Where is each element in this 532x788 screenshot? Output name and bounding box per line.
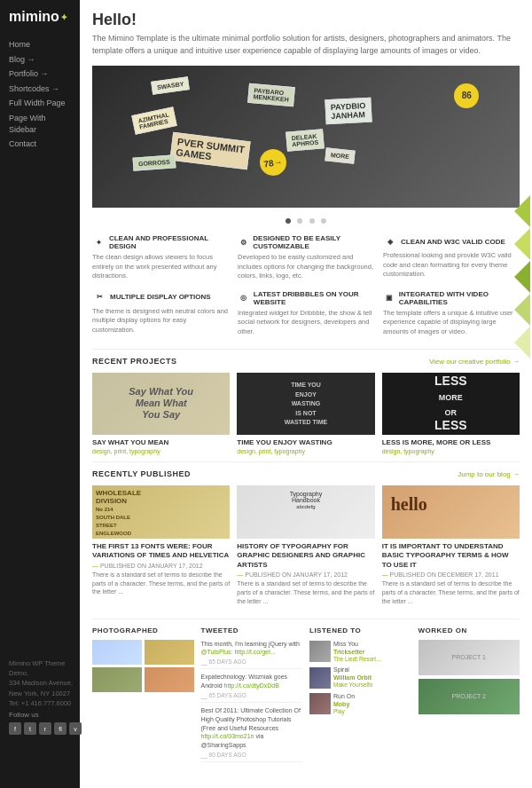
photographed-title: PHOTOGRAPHED	[92, 626, 194, 634]
sidebar-item-sidebar[interactable]: Page With Sidebar	[9, 111, 71, 137]
project-item-1[interactable]: Say What YouMean WhatYou Say SAY WHAT YO…	[92, 373, 230, 454]
hero-scattered: SWASBY PAYBAROMENKEKEH AZIMTHALFAMIRIES …	[92, 66, 520, 208]
project-overlay-1: Say What YouMean WhatYou Say	[129, 386, 193, 422]
widget-worked-on: WORKED ON PROJECT 1 PROJECT 2	[419, 626, 520, 766]
green-tri-2	[514, 228, 530, 260]
hero-description: The Mimino Template is the ultimate mini…	[92, 33, 520, 57]
hero-dots	[92, 211, 520, 234]
card-7: GORROSS	[132, 154, 176, 170]
blog-title-3: IT IS IMPORTANT TO UNDERSTAND BASIC TYPO…	[382, 542, 520, 570]
blog-item-2[interactable]: TypographyHandbookabcdefg HISTORY OF TYP…	[237, 485, 374, 606]
photo-1[interactable]	[92, 640, 142, 665]
listened-artist-3: Moby	[333, 700, 355, 708]
blog-item-3[interactable]: hello IT IS IMPORTANT TO UNDERSTAND BASI…	[382, 485, 520, 606]
worked-thumb-2: PROJECT 2	[419, 679, 520, 714]
photo-2[interactable]	[145, 640, 194, 665]
card-6: DELEAKAPHROS	[286, 129, 325, 152]
brand-name: mimino	[9, 9, 59, 25]
project-item-3[interactable]: LESSMOREORLESS LESS IS MORE, MORE OR LES…	[382, 373, 520, 454]
listened-link-1[interactable]: The Liedt Resort...	[333, 656, 380, 663]
blog-item-1[interactable]: WHOLESALEDIVISIONNo 214SOUTH DALESTREETE…	[92, 485, 230, 606]
widgets-section: PHOTOGRAPHED TWEETED This month, I'm lea…	[92, 619, 520, 766]
project-tags-1: design, print, typography	[92, 448, 230, 454]
logo[interactable]: mimino✦	[9, 9, 71, 25]
photo-row-2	[92, 667, 194, 692]
sidebar-item-blog[interactable]: Blog →	[9, 52, 71, 67]
main-content: Hello! The Mimino Template is the ultima…	[80, 0, 532, 788]
sidebar-address: Mimino WP Theme Demo, 334 Madison Avenue…	[9, 658, 80, 708]
listened-link-2[interactable]: Make Yourselfo	[333, 682, 372, 689]
rss-icon[interactable]: r	[39, 722, 51, 735]
hero-image: SWASBY PAYBAROMENKEKEH AZIMTHALFAMIRIES …	[92, 66, 520, 208]
projects-grid: Say What YouMean WhatYou Say SAY WHAT YO…	[92, 373, 520, 454]
listened-thumb-1	[309, 641, 331, 662]
tweet-link-2[interactable]: http://t.co/dtyDxDdB	[224, 682, 279, 689]
project-name-3: LESS IS MORE, MORE OR LESS	[382, 438, 520, 446]
blog-section-title: RECENTLY PUBLISHED	[92, 469, 191, 478]
feature-text-4: The theme is designed with neutral color…	[92, 307, 229, 335]
card-1: SWASBY	[152, 76, 191, 95]
green-tri-3	[514, 261, 530, 293]
feature-valid-code: ◈ CLEAN AND W3C VALID CODE Professional …	[383, 234, 520, 281]
listened-info-2: Spiral William Orbit Make Yourselfo	[333, 666, 372, 690]
feature-customizable: ⚙ DESIGNED TO BE EASILY CUSTOMIZABLE Dev…	[238, 234, 374, 281]
blog-excerpt-1: There is a standard set of terms to desc…	[92, 571, 230, 596]
tweet-2: Expatechnology: Wozniak goes Android htt…	[201, 673, 303, 703]
sidebar-nav: Home Blog → Portfolio → Shortcodes → Ful…	[9, 37, 71, 152]
sidebar-item-shortcodes[interactable]: Shortcodes →	[9, 82, 71, 97]
project-thumb-1: Say What YouMean WhatYou Say	[92, 373, 230, 435]
blog-title-2: HISTORY OF TYPOGRAPHY FOR GRAPHIC DESIGN…	[237, 542, 374, 570]
sidebar: mimino✦ Home Blog → Portfolio → Shortcod…	[0, 0, 80, 788]
dot-4[interactable]	[321, 218, 326, 224]
worked-item-1[interactable]: PROJECT 1	[419, 640, 520, 675]
tweet-3: Best Of 2011: Ultimate Collection Of Hig…	[201, 706, 303, 762]
listened-item-1: Miss You Tricksetter The Liedt Resort...	[309, 640, 411, 664]
listened-name-3: Run On	[333, 692, 355, 700]
blog-link[interactable]: Jump to our blog →	[458, 470, 520, 478]
listened-artist-1: Tricksetter	[333, 648, 380, 656]
listened-item-3: Run On Moby Play	[309, 692, 411, 716]
vimeo-icon[interactable]: v	[69, 722, 82, 735]
feature-text-3: Professional looking and provide W3C val…	[383, 251, 520, 280]
projects-section-header: RECENT PROJECTS View our creative portfo…	[92, 349, 520, 366]
portfolio-link[interactable]: View our creative portfolio →	[429, 358, 520, 366]
worked-item-2[interactable]: PROJECT 2	[419, 679, 520, 714]
tweet-time-3: __ 80 DAYS AGO	[201, 751, 303, 759]
project-tags-2: design, print, typography	[237, 448, 374, 454]
photo-4[interactable]	[145, 667, 194, 692]
project-thumb-3: LESSMOREORLESS	[382, 373, 520, 435]
sidebar-item-portfolio[interactable]: Portfolio →	[9, 67, 71, 82]
tweet-link-1[interactable]: @TutsPlus: http://t.co/get...	[201, 649, 276, 655]
worked-thumb-1: PROJECT 1	[419, 640, 520, 675]
sidebar-item-contact[interactable]: Contact	[9, 137, 71, 152]
card-4: PAYDBIOJANHAM	[325, 97, 372, 124]
blog-thumb-1: WHOLESALEDIVISIONNo 214SOUTH DALESTREETE…	[92, 485, 230, 539]
listened-info-3: Run On Moby Play	[333, 692, 355, 716]
project-name-1: SAY WHAT YOU MEAN	[92, 438, 230, 446]
twitter-icon[interactable]: t	[24, 722, 36, 735]
listened-link-3[interactable]: Play	[333, 708, 355, 715]
dot-3[interactable]	[309, 218, 315, 224]
feature-title-4: ✂ MULTIPLE DISPLAY OPTIONS	[92, 290, 229, 304]
flickr-icon[interactable]: fl	[54, 722, 66, 735]
blog-title-1: THE FIRST 13 FONTS WERE: FOUR VARIATIONS…	[92, 542, 230, 561]
display-options-icon: ✂	[92, 290, 106, 304]
listened-thumb-3	[309, 693, 331, 714]
valid-code-icon: ◈	[383, 234, 397, 248]
card-5: PVER SUMMITGAMES	[170, 132, 252, 170]
facebook-icon[interactable]: f	[9, 722, 21, 735]
green-tri-5	[514, 327, 530, 359]
sidebar-item-home[interactable]: Home	[9, 37, 71, 52]
project-overlay-2: TIME YOUENJOYWASTINGIS NOTWASTED TIME	[285, 381, 328, 428]
green-tri-4	[514, 294, 530, 326]
feature-text-1: The clean design allows viewers to focus…	[92, 253, 229, 281]
video-icon: ▣	[383, 291, 395, 305]
dot-1[interactable]	[286, 218, 291, 224]
tweet-link-3[interactable]: http://t.co/03mo21n	[201, 733, 254, 739]
photo-3[interactable]	[92, 667, 142, 692]
dot-2[interactable]	[297, 218, 302, 224]
sidebar-item-fullwidth[interactable]: Full Width Page	[9, 96, 71, 111]
project-overlay-3: LESSMOREORLESS	[434, 374, 467, 433]
feature-text-6: The template offers a unique & intuitive…	[383, 309, 520, 337]
project-item-2[interactable]: TIME YOUENJOYWASTINGIS NOTWASTED TIME TI…	[237, 373, 374, 454]
